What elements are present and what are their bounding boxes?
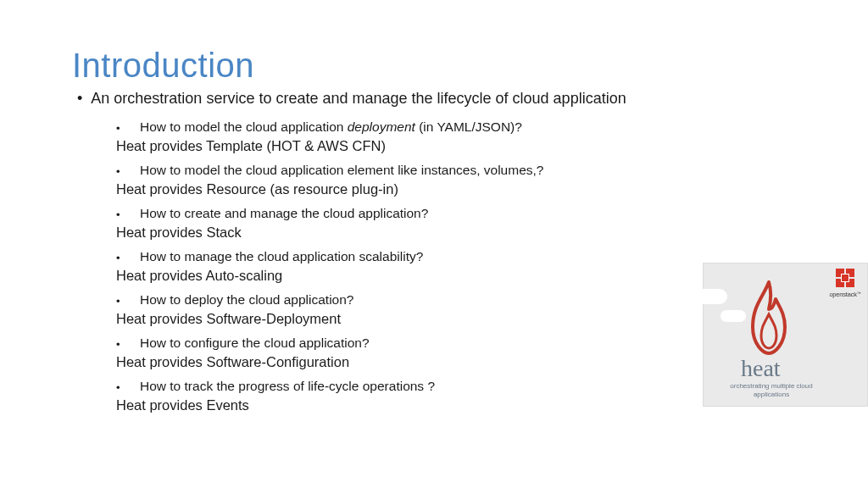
bullet-dot: • <box>116 382 140 393</box>
question-text: How to create and manage the cloud appli… <box>140 206 796 221</box>
heat-logo-box: heat orchestrating multiple cloud applic… <box>703 263 868 407</box>
openstack-label: openstack™ <box>828 291 862 298</box>
question-bullet: •How to create and manage the cloud appl… <box>116 206 796 221</box>
cloud-icon <box>721 310 746 322</box>
svg-rect-5 <box>842 274 849 281</box>
bullet-dot: • <box>116 123 140 134</box>
question-text: How to model the cloud application deplo… <box>140 119 796 135</box>
question-text: How to model the cloud application eleme… <box>140 163 796 178</box>
content-list: •How to model the cloud application depl… <box>116 119 796 413</box>
question-bullet: •How to configure the cloud application? <box>116 336 796 351</box>
bullet-dot: • <box>116 252 140 263</box>
answer-text: Heat provides Software-Deployment <box>116 311 796 327</box>
answer-text: Heat provides Auto-scaling <box>116 268 796 284</box>
question-text: How to track the progress of life-cycle … <box>140 379 796 394</box>
openstack-logo: openstack™ <box>828 267 862 298</box>
question-text: How to manage the cloud application scal… <box>140 249 796 264</box>
trademark: ™ <box>857 291 861 296</box>
bullet-dot: • <box>116 209 140 220</box>
cloud-icon <box>693 289 727 304</box>
question-bullet: •How to manage the cloud application sca… <box>116 249 796 264</box>
answer-text: Heat provides Events <box>116 397 796 413</box>
answer-text: Heat provides Stack <box>116 225 796 241</box>
intro-bullet: An orchestration service to create and m… <box>77 90 796 108</box>
flame-icon <box>746 280 793 357</box>
bullet-dot: • <box>116 296 140 307</box>
question-bullet: •How to model the cloud application elem… <box>116 163 796 178</box>
bullet-dot: • <box>116 339 140 350</box>
question-bullet: •How to track the progress of life-cycle… <box>116 379 796 394</box>
question-bullet: •How to model the cloud application depl… <box>116 119 796 135</box>
openstack-cube-icon <box>834 267 856 289</box>
heat-wordmark: heat <box>741 355 781 382</box>
bullet-dot: • <box>116 166 140 177</box>
question-text: How to configure the cloud application? <box>140 336 796 351</box>
heat-tagline: orchestrating multiple cloud application… <box>729 382 814 398</box>
answer-text: Heat provides Resource (as resource plug… <box>116 181 796 197</box>
slide-title: Introduction <box>72 47 796 85</box>
answer-text: Heat provides Software-Configuration <box>116 354 796 370</box>
answer-text: Heat provides Template (HOT & AWS CFN) <box>116 138 796 154</box>
